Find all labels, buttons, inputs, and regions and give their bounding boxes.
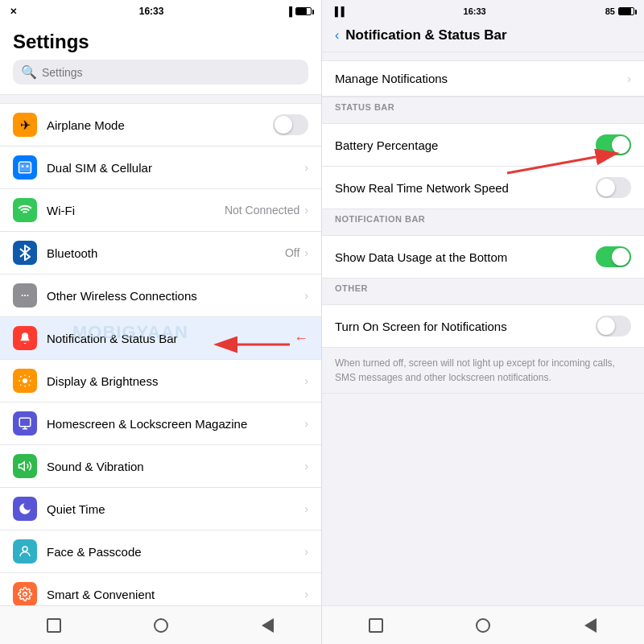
battery-fill: [296, 8, 307, 14]
quiet-chevron: ›: [304, 502, 308, 515]
settings-title: Settings: [13, 31, 308, 53]
wireless-icon: ···: [13, 283, 37, 308]
bluetooth-value: Off: [285, 246, 299, 259]
back-button[interactable]: ‹: [335, 28, 339, 43]
face-label: Face & Passcode: [47, 545, 304, 559]
sidebar-item-sim[interactable]: Dual SIM & Cellular ›: [0, 147, 321, 189]
homescreen-chevron: ›: [304, 417, 308, 430]
status-bar-section-header: STATUS BAR: [322, 97, 644, 115]
svg-point-0: [22, 165, 24, 167]
right-battery-icon: [618, 7, 634, 15]
wifi-chevron: ›: [304, 204, 308, 217]
network-speed-item[interactable]: Show Real Time Network Speed: [322, 167, 644, 208]
nav-square-btn[interactable]: [43, 614, 65, 637]
battery-percentage-label: Battery Percentage: [335, 138, 596, 152]
left-bottom-nav: [0, 605, 321, 644]
wireless-label: Other Wireless Connections: [47, 289, 304, 303]
square-icon: [47, 618, 61, 633]
nav-back-btn[interactable]: [257, 614, 279, 637]
right-header: ‹ Notification & Status Bar: [322, 23, 644, 52]
sidebar-item-wireless[interactable]: ··· Other Wireless Connections ›: [0, 275, 321, 317]
face-chevron: ›: [304, 545, 308, 558]
search-input[interactable]: [42, 66, 300, 79]
airplane-icon: ✈: [13, 113, 37, 137]
manage-section: Manage Notifications ›: [322, 60, 644, 97]
sim-icon: [13, 155, 37, 180]
left-status-bar: ✕ 16:33 ▐: [0, 0, 321, 23]
display-icon: [13, 369, 37, 393]
sidebar-item-sound[interactable]: Sound & Vibration ›: [0, 445, 321, 488]
turn-on-screen-label: Turn On Screen for Notifications: [335, 320, 596, 333]
homescreen-icon: [13, 411, 37, 436]
home-icon: [154, 618, 168, 633]
left-status-icons: ▐: [286, 6, 312, 16]
sound-icon: [13, 454, 37, 478]
bluetooth-icon: [13, 241, 37, 265]
right-nav-square-btn[interactable]: [365, 614, 387, 637]
settings-list: ✈ Airplane Mode Dual SIM & Cellular ›: [0, 95, 321, 605]
right-nav-back-btn[interactable]: [579, 614, 601, 637]
arrow-left-indicator: ←: [294, 330, 308, 347]
left-time: 16:33: [139, 6, 164, 17]
right-bottom-nav: [322, 605, 644, 644]
bluetooth-chevron: ›: [304, 246, 308, 259]
status-bar-section: Battery Percentage Show Real Time Networ…: [322, 123, 644, 209]
homescreen-label: Homescreen & Lockscreen Magazine: [47, 417, 304, 431]
network-speed-label: Show Real Time Network Speed: [335, 181, 596, 195]
right-status-bar: ▐▐ 16:33 85: [322, 0, 644, 23]
manage-notifications-label: Manage Notifications: [335, 72, 627, 85]
wireless-chevron: ›: [304, 289, 308, 302]
svg-marker-4: [19, 462, 25, 471]
face-icon: [13, 539, 37, 564]
battery-percentage-toggle[interactable]: [596, 134, 631, 155]
sound-chevron: ›: [304, 460, 308, 473]
sidebar-item-face[interactable]: Face & Passcode ›: [0, 530, 321, 573]
airplane-label: Airplane Mode: [47, 118, 273, 132]
sidebar-item-bluetooth[interactable]: Bluetooth Off ›: [0, 232, 321, 275]
right-signal-icon: ▐▐: [332, 6, 345, 16]
svg-point-2: [23, 378, 27, 383]
smart-icon: [13, 582, 37, 605]
airplane-toggle[interactable]: [273, 114, 308, 135]
wifi-value: Not Connected: [225, 204, 299, 217]
sidebar-item-homescreen[interactable]: Homescreen & Lockscreen Magazine ›: [0, 402, 321, 445]
manage-chevron: ›: [627, 72, 631, 85]
right-nav-home-btn[interactable]: [472, 614, 494, 637]
sidebar-item-notification[interactable]: Notification & Status Bar ←: [0, 317, 321, 360]
data-usage-item[interactable]: Show Data Usage at the Bottom: [322, 236, 644, 278]
smart-chevron: ›: [304, 588, 308, 601]
notification-bar-section-header: NOTIFICATION BAR: [322, 209, 644, 227]
manage-notifications-item[interactable]: Manage Notifications ›: [322, 61, 644, 97]
nav-home-btn[interactable]: [150, 614, 172, 637]
search-bar[interactable]: 🔍: [13, 60, 308, 85]
sidebar-item-wifi[interactable]: Wi-Fi Not Connected ›: [0, 189, 321, 232]
right-panel: ▐▐ 16:33 85 ‹ Notification & Status Bar …: [322, 0, 644, 644]
sidebar-item-airplane[interactable]: ✈ Airplane Mode: [0, 104, 321, 147]
sidebar-item-smart[interactable]: Smart & Convenient ›: [0, 573, 321, 605]
svg-point-6: [23, 592, 27, 597]
right-battery-label: 85: [605, 6, 615, 16]
other-section-header: OTHER: [322, 279, 644, 296]
sim-chevron: ›: [304, 161, 308, 174]
notification-bar-section: Show Data Usage at the Bottom: [322, 235, 644, 279]
left-panel: ✕ 16:33 ▐ Settings 🔍 ✈ Airp: [0, 0, 322, 644]
turn-on-screen-item[interactable]: Turn On Screen for Notifications: [322, 305, 644, 347]
svg-rect-3: [19, 418, 31, 427]
left-close-icon: ✕: [10, 6, 17, 17]
battery-percentage-item[interactable]: Battery Percentage: [322, 124, 644, 167]
settings-group-main: ✈ Airplane Mode Dual SIM & Cellular ›: [0, 103, 321, 605]
turn-on-screen-toggle[interactable]: [596, 316, 631, 336]
network-speed-toggle[interactable]: [596, 177, 631, 198]
sidebar-item-quiet[interactable]: Quiet Time ›: [0, 488, 321, 530]
right-home-icon: [476, 618, 490, 633]
notification-icon: [13, 326, 37, 350]
display-chevron: ›: [304, 374, 308, 387]
svg-point-5: [23, 547, 27, 551]
quiet-label: Quiet Time: [47, 502, 304, 516]
data-usage-toggle[interactable]: [596, 246, 631, 267]
right-status-icons: 85: [605, 6, 634, 16]
search-icon: 🔍: [21, 64, 37, 80]
sidebar-item-display[interactable]: Display & Brightness ›: [0, 360, 321, 402]
right-back-icon: [584, 618, 597, 633]
notification-description: When turned off, screen will not light u…: [322, 348, 644, 394]
